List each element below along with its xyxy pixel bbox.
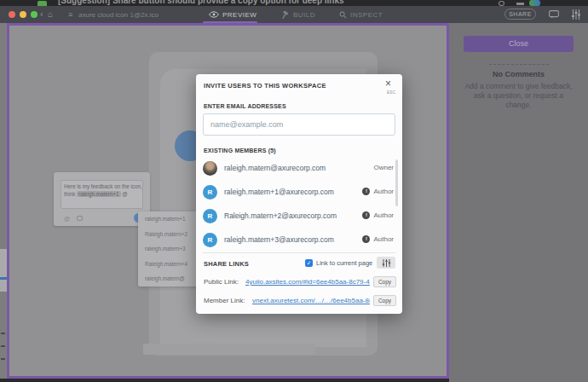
public-link-url[interactable]: 4yuiio.axsites.com/#id=6ee4b5aa-8c79-45f…	[245, 278, 370, 286]
tab-inspect[interactable]: INSPECT	[339, 6, 383, 23]
window-minimize-button[interactable]	[20, 11, 26, 18]
share-links-label: SHARE LINKS	[204, 260, 249, 268]
member-avatar: R	[203, 209, 217, 223]
background-left-text-fragment	[1, 358, 5, 360]
window-zoom-button[interactable]	[31, 11, 37, 18]
inspect-icon	[339, 11, 347, 19]
no-comments-title: No Comments	[449, 70, 588, 78]
close-button[interactable]: Close	[464, 36, 574, 52]
comment-line-1: Here is my feedback on the icon, what do…	[64, 182, 140, 190]
share-button[interactable]: SHARE	[504, 9, 536, 20]
members-scrollbar[interactable]	[395, 159, 398, 206]
sliders-icon	[382, 259, 391, 267]
esc-label: ESC	[387, 90, 395, 95]
copy-member-link-button[interactable]: Copy	[373, 295, 396, 306]
member-avatar: R	[203, 185, 217, 200]
eye-icon	[209, 11, 219, 18]
back-button[interactable]: ‹	[40, 9, 43, 19]
toolbar: ‹ ⌂ ≡ axure cloud icon 1@2x.ico PREVIEW …	[0, 6, 588, 23]
comment-input[interactable]: Here is my feedback on the icon, what do…	[61, 180, 143, 209]
background-window-top: [Suggestion] Share button should provide…	[0, 0, 588, 6]
member-role[interactable]: Owner	[373, 164, 394, 171]
member-email: raleigh.matern+3@axurecorp.com	[224, 235, 334, 244]
link-to-current-page-checkbox[interactable]: ✓	[305, 259, 313, 267]
dashed-divider	[489, 64, 549, 65]
tab-preview-label: PREVIEW	[222, 11, 257, 19]
member-row: R raleigh.matern+1@axurecorp.com !Author	[196, 181, 402, 205]
window-close-button[interactable]	[9, 11, 15, 18]
background-extension-icon	[529, 0, 540, 6]
pending-warning-icon: !	[362, 188, 370, 195]
member-email: raleigh.matern+1@axurecorp.com	[224, 188, 334, 196]
mention-at-icon[interactable]: @	[64, 216, 70, 222]
tab-build-label: BUILD	[293, 11, 315, 19]
comment-box: Here is my feedback on the icon, what do…	[54, 172, 150, 226]
artboard-caption-strip	[143, 344, 315, 355]
email-input[interactable]	[203, 113, 395, 136]
member-link-url[interactable]: vnext.axuretest.com/…/…/6ee4b5aa-8c79-…	[252, 297, 370, 304]
tab-build[interactable]: BUILD	[281, 6, 315, 23]
background-window-left	[0, 23, 7, 379]
share-link-settings-button[interactable]	[377, 257, 395, 269]
settings-sliders-icon[interactable]	[571, 9, 581, 20]
member-email: Raleigh.matern+2@axurecorp.com	[224, 211, 337, 220]
background-left-text-fragment	[1, 345, 5, 347]
background-minimize-icon	[516, 3, 524, 5]
comment-line-2: think raleigh.matern+1 @	[64, 190, 140, 198]
bottom-edge	[0, 379, 449, 382]
member-avatar-photo	[203, 161, 217, 176]
member-email: raleigh.matern@axurecorp.com	[224, 164, 326, 172]
pending-warning-icon: !	[362, 235, 370, 243]
close-icon[interactable]: ×	[385, 78, 391, 90]
pending-warning-icon: !	[362, 211, 370, 219]
member-role[interactable]: Author	[373, 211, 394, 219]
link-to-current-page-label: Link to current page	[316, 259, 372, 267]
screenshot-icon[interactable]	[77, 216, 83, 221]
member-role[interactable]: Author	[373, 188, 394, 195]
build-hammer-icon	[281, 11, 290, 19]
tab-preview[interactable]: PREVIEW	[209, 6, 257, 23]
screen: [Suggestion] Share button should provide…	[0, 0, 588, 382]
existing-members-label: EXISTING MEMBERS (5)	[204, 148, 276, 153]
background-left-text-fragment	[1, 333, 5, 334]
background-window-title: [Suggestion] Share button should provide…	[58, 0, 344, 5]
no-comments-body: Add a comment to give feedback, ask a qu…	[460, 82, 577, 110]
filename-label[interactable]: axure cloud icon 1@2x.ico	[78, 11, 159, 19]
modal-divider	[203, 252, 395, 253]
comments-sidebar: Close No Comments Add a comment to give …	[449, 23, 588, 382]
member-row: R Raleigh.matern+2@axurecorp.com !Author	[196, 205, 402, 229]
background-left-blue-bar	[0, 277, 7, 280]
member-link-label: Member Link:	[204, 297, 245, 304]
tab-inspect-label: INSPECT	[350, 11, 383, 19]
member-row: raleigh.matern@axurecorp.com Owner	[196, 157, 402, 181]
home-icon[interactable]: ⌂	[48, 9, 53, 19]
member-row: R raleigh.matern+3@axurecorp.com !Author	[196, 229, 402, 252]
modal-title: INVITE USERS TO THIS WORKSPACE	[204, 82, 326, 90]
comments-icon[interactable]	[549, 10, 559, 19]
mention-chip: raleigh.matern+1	[77, 191, 120, 197]
public-link-label: Public Link:	[204, 278, 239, 286]
background-left-content	[0, 249, 7, 292]
invite-users-modal: INVITE USERS TO THIS WORKSPACE × ESC ENT…	[196, 74, 402, 314]
copy-public-link-button[interactable]: Copy	[373, 276, 396, 287]
hamburger-menu-icon[interactable]: ≡	[68, 10, 72, 20]
email-addresses-label: ENTER EMAIL ADDRESSES	[204, 103, 286, 109]
member-avatar: R	[203, 233, 217, 247]
member-role[interactable]: Author	[373, 235, 394, 243]
